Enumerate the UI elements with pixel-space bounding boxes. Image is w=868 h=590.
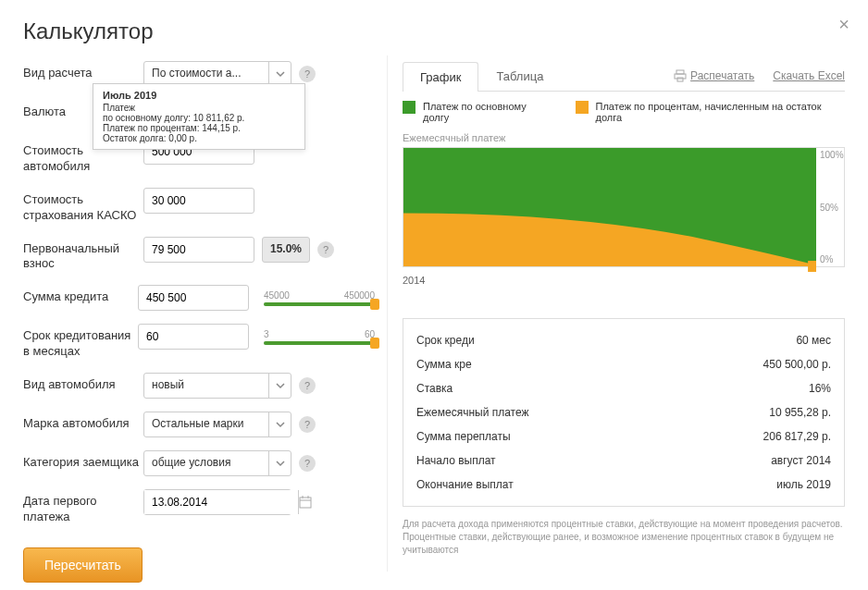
summary-label: Срок креди	[416, 334, 475, 347]
svg-rect-0	[300, 498, 311, 508]
tooltip-line: Платеж по процентам: 144,15 р.	[103, 123, 295, 133]
summary-value: 16%	[809, 382, 831, 395]
summary-label: Сумма переплаты	[416, 430, 511, 443]
summary-value: 60 мес	[796, 334, 831, 347]
help-icon[interactable]: ?	[299, 377, 316, 394]
slider-min: 45000	[264, 290, 290, 301]
date-value[interactable]	[144, 490, 298, 514]
summary-value: август 2014	[771, 454, 831, 467]
input-first-payment[interactable]	[143, 489, 291, 515]
slider-min: 3	[264, 329, 269, 339]
summary-label: Ставка	[416, 382, 453, 395]
chevron-down-icon[interactable]	[268, 451, 291, 475]
tooltip-line: Платеж	[103, 103, 295, 113]
help-icon[interactable]: ?	[299, 66, 316, 82]
svg-rect-8	[808, 261, 816, 272]
y-tick-100: 100%	[820, 150, 844, 160]
input-loan-sum[interactable]	[138, 285, 249, 311]
payment-chart: 100% 50% 0%	[403, 147, 845, 267]
down-payment-pct: 15.0%	[262, 237, 310, 263]
legend-swatch-principal	[403, 101, 415, 114]
input-down-payment[interactable]	[143, 237, 254, 263]
label-loan-sum: Сумма кредита	[23, 285, 138, 305]
chevron-down-icon[interactable]	[268, 412, 291, 436]
label-calc-type: Вид расчета	[23, 61, 143, 81]
tab-chart[interactable]: График	[403, 62, 478, 92]
help-icon[interactable]: ?	[299, 455, 316, 472]
calendar-icon[interactable]	[298, 490, 312, 514]
recalculate-button[interactable]: Пересчитать	[23, 547, 143, 583]
summary-label: Ежемесячный платеж	[416, 406, 529, 419]
summary-value: 450 500,00 р.	[763, 358, 831, 371]
summary-value: 206 817,29 р.	[763, 430, 831, 443]
divider	[387, 55, 388, 572]
slider-loan-sum[interactable]	[264, 302, 375, 306]
label-kasko: Стоимость страхования КАСКО	[23, 188, 143, 224]
select-car-type[interactable]: новый	[143, 373, 291, 399]
summary-label: Сумма кре	[416, 358, 472, 371]
chart-title: Ежемесячный платеж	[403, 132, 845, 143]
tooltip-title: Июль 2019	[103, 90, 295, 101]
print-label: Распечатать	[690, 69, 754, 82]
download-excel-link[interactable]: Скачать Excel	[773, 69, 845, 82]
chart-tooltip: Июль 2019 Платеж по основному долгу: 10 …	[93, 83, 305, 150]
slider-term[interactable]	[264, 341, 375, 345]
legend-swatch-interest	[576, 101, 589, 114]
label-down-payment: Первоначальный взнос	[23, 237, 143, 273]
summary-table: Срок креди60 мес Сумма кре450 500,00 р. …	[403, 318, 845, 507]
summary-label: Окончание выплат	[416, 478, 514, 491]
label-category: Категория заемщика	[23, 450, 143, 471]
y-tick-50: 50%	[820, 203, 844, 213]
help-icon[interactable]: ?	[317, 241, 334, 258]
svg-rect-4	[676, 70, 684, 74]
footnote: Для расчета дохода применяются процентны…	[403, 518, 845, 557]
tab-table[interactable]: Таблица	[478, 61, 561, 91]
summary-label: Начало выплат	[416, 454, 496, 467]
select-value: Остальные марки	[144, 412, 268, 436]
x-tick-start: 2014	[403, 275, 845, 286]
legend-label-interest: Платеж по процентам, начисленным на оста…	[596, 101, 845, 123]
input-kasko[interactable]	[143, 188, 254, 214]
legend-label-principal: Платеж по основному долгу	[423, 101, 552, 123]
print-link[interactable]: Распечатать	[674, 69, 754, 82]
input-term[interactable]	[138, 324, 249, 350]
tooltip-line: Остаток долга: 0,00 р.	[103, 133, 295, 143]
label-car-type: Вид автомобиля	[23, 373, 143, 393]
select-category[interactable]: общие условия	[143, 450, 291, 476]
select-value: новый	[144, 374, 268, 398]
select-value: общие условия	[144, 451, 268, 475]
label-brand: Марка автомобиля	[23, 412, 143, 432]
label-term: Срок кредитования в месяцах	[23, 324, 138, 360]
tooltip-line: по основному долгу: 10 811,62 р.	[103, 113, 295, 123]
summary-value: 10 955,28 р.	[769, 406, 831, 419]
print-icon	[674, 69, 687, 82]
chevron-down-icon[interactable]	[268, 374, 291, 398]
close-icon[interactable]: ×	[838, 14, 849, 35]
label-first-payment: Дата первого платежа	[23, 489, 143, 525]
y-tick-0: 0%	[820, 254, 844, 264]
results-panel: График Таблица Распечатать Скачать Excel…	[403, 61, 845, 583]
select-brand[interactable]: Остальные марки	[143, 412, 291, 437]
summary-value: июль 2019	[776, 478, 831, 491]
page-title: Калькулятор	[23, 18, 845, 44]
help-icon[interactable]: ?	[299, 416, 316, 433]
